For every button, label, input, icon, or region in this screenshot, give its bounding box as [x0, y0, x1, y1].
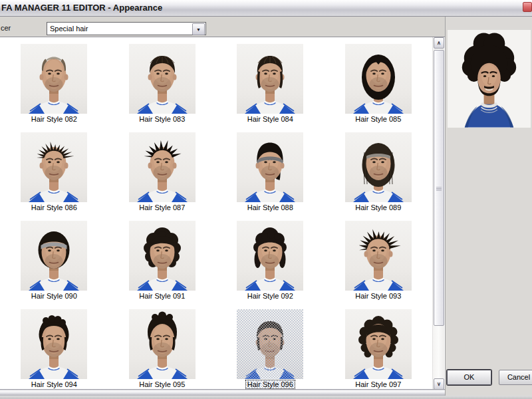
hair-style-thumbnail[interactable] [21, 309, 87, 379]
hair-style-thumbnail[interactable] [129, 221, 196, 291]
hair-style-thumbnail[interactable] [345, 44, 412, 114]
scroll-down-button[interactable]: ∨ [434, 378, 444, 389]
hair-style-thumbnail[interactable] [345, 309, 412, 379]
hair-style-label: Hair Style 089 [354, 203, 402, 211]
scrollbar-thumb[interactable] [434, 50, 444, 326]
scroll-up-button[interactable]: ∧ [434, 37, 444, 49]
hair-style-thumbnail[interactable] [21, 132, 87, 202]
ok-button[interactable]: OK [447, 370, 491, 385]
hair-style-label: Hair Style 096 [246, 380, 295, 388]
hair-style-cell[interactable]: Hair Style 082 [0, 37, 108, 126]
hair-style-cell[interactable]: Hair Style 086 [0, 126, 108, 214]
hair-style-label: Hair Style 094 [30, 380, 78, 388]
hair-style-label: Hair Style 087 [138, 203, 186, 211]
hair-style-thumbnail[interactable] [129, 44, 196, 114]
hair-style-cell[interactable]: Hair Style 094 [0, 303, 108, 389]
dropdown-button[interactable]: ▼ [192, 23, 205, 35]
hair-category-dropdown[interactable]: Special hair ▼ [47, 22, 206, 35]
player-preview-photo [448, 30, 531, 128]
hair-style-cell[interactable]: Hair Style 083 [108, 37, 217, 126]
hair-style-cell[interactable]: Hair Style 097 [325, 303, 433, 389]
window-bottom-edge [0, 389, 445, 396]
scrollbar-grip [436, 187, 442, 191]
hair-style-label: Hair Style 093 [354, 292, 402, 300]
hair-style-thumbnail[interactable] [129, 132, 196, 202]
hair-style-label: Hair Style 092 [246, 292, 295, 300]
hair-style-cell[interactable]: Hair Style 088 [216, 126, 325, 214]
hair-style-label: Hair Style 097 [354, 380, 402, 388]
dropdown-selected-value: Special hair [50, 25, 88, 33]
hair-style-cell[interactable]: Hair Style 091 [108, 214, 217, 303]
window-title: FA MANAGER 11 EDITOR - Appearance [1, 3, 162, 13]
hair-style-label: Hair Style 088 [246, 203, 295, 211]
window-titlebar: FA MANAGER 11 EDITOR - Appearance [0, 0, 532, 17]
hair-style-label: Hair Style 086 [30, 203, 78, 211]
hair-style-cell[interactable]: Hair Style 084 [216, 37, 325, 126]
hair-style-cell[interactable]: Hair Style 096 [216, 303, 325, 389]
window-bottom-shadow [0, 396, 532, 399]
hair-style-thumbnail[interactable] [345, 221, 412, 291]
hair-style-thumbnail[interactable] [129, 309, 196, 379]
hair-style-cell[interactable]: Hair Style 090 [0, 214, 108, 303]
scroll-down-icon: ∨ [437, 382, 441, 387]
hair-style-cell[interactable]: Hair Style 092 [216, 214, 325, 303]
vertical-scrollbar[interactable]: ∧ ∨ [432, 37, 444, 389]
hair-style-thumbnail[interactable] [237, 132, 303, 202]
hair-style-cell[interactable]: Hair Style 085 [325, 37, 433, 126]
hair-style-thumbnail[interactable] [237, 221, 303, 291]
hair-style-thumbnail[interactable] [237, 44, 303, 114]
hair-style-cell[interactable]: Hair Style 093 [325, 214, 433, 303]
scroll-up-icon: ∧ [437, 41, 441, 46]
hair-style-list: Hair Style 082Hair Style 083Hair Style 0… [0, 37, 445, 389]
close-button[interactable] [523, 2, 532, 12]
cancel-button[interactable]: Cancel [499, 370, 532, 385]
hair-style-label: Hair Style 091 [138, 292, 186, 300]
hair-style-cell[interactable]: Hair Style 089 [325, 126, 433, 214]
hair-style-thumbnail[interactable] [237, 309, 303, 379]
hair-style-thumbnail[interactable] [21, 221, 87, 291]
hair-style-cell[interactable]: Hair Style 087 [108, 126, 217, 214]
hair-style-thumbnail[interactable] [345, 132, 412, 202]
hair-style-label: Hair Style 082 [30, 115, 78, 123]
chevron-down-icon: ▼ [196, 27, 201, 32]
hair-style-label: Hair Style 085 [354, 115, 402, 123]
hair-grid: Hair Style 082Hair Style 083Hair Style 0… [0, 37, 432, 389]
hair-style-label: Hair Style 083 [138, 115, 186, 123]
hair-style-label: Hair Style 095 [138, 380, 186, 388]
hair-style-thumbnail[interactable] [21, 44, 87, 114]
filter-label: cer [1, 24, 11, 32]
hair-style-cell[interactable]: Hair Style 095 [108, 303, 217, 389]
hair-style-label: Hair Style 090 [30, 292, 78, 300]
hair-style-label: Hair Style 084 [246, 115, 295, 123]
